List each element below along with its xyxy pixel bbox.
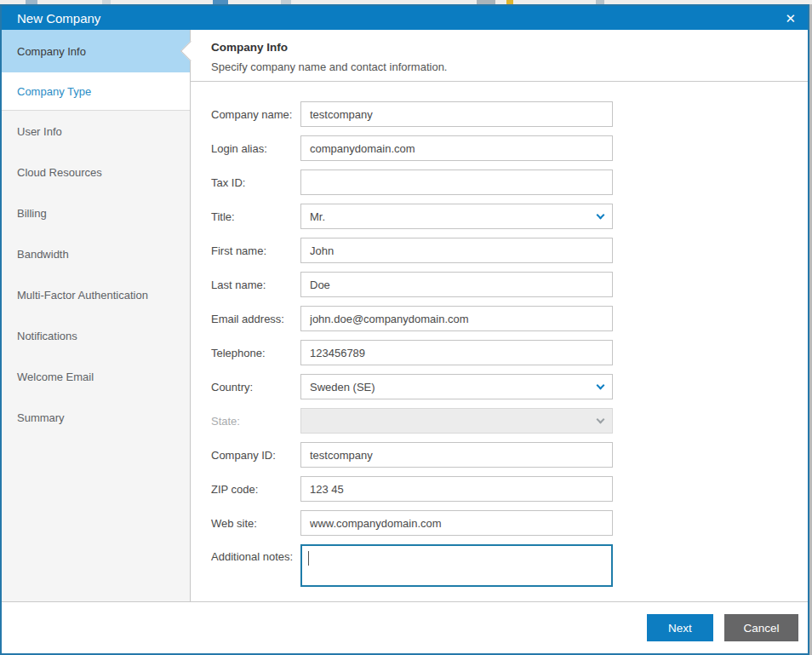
first-name-input[interactable] <box>300 238 613 263</box>
additional-notes-label: Additional notes: <box>211 550 300 563</box>
step-label: Company Info <box>17 45 86 58</box>
dialog-titlebar: New Company ✕ <box>2 6 808 30</box>
form-row: Web site: <box>211 510 808 536</box>
zip-code-label: ZIP code: <box>211 483 300 496</box>
email-address-input[interactable] <box>300 306 613 331</box>
form-row: ZIP code: <box>211 476 808 502</box>
step-summary: Summary <box>2 397 190 438</box>
state-select <box>300 408 613 434</box>
step-user-info: User Info <box>2 111 190 152</box>
company-name-input[interactable] <box>300 101 613 127</box>
step-bandwidth: Bandwidth <box>2 233 190 274</box>
new-company-dialog: New Company ✕ Company Info Company Type … <box>0 4 809 655</box>
chevron-down-icon <box>597 210 605 219</box>
title-label: Title: <box>211 210 300 223</box>
title-select[interactable]: Mr. <box>300 204 613 229</box>
step-cloud-resources: Cloud Resources <box>2 152 190 192</box>
future-steps-block: User Info Cloud Resources Billing Bandwi… <box>2 111 190 601</box>
form-row: First name: <box>211 238 808 263</box>
page-subtitle: Specify company name and contact informa… <box>211 60 787 73</box>
form-row: Additional notes: <box>211 544 808 587</box>
login-alias-input[interactable] <box>300 135 613 161</box>
form-row: State: <box>211 408 808 434</box>
form-row: Country: Sweden (SE) <box>211 374 808 399</box>
zip-code-input[interactable] <box>300 476 613 502</box>
form-row: Telephone: <box>211 340 808 365</box>
step-content-panel: Company Info Specify company name and co… <box>191 30 808 601</box>
company-info-form: Company name: Login alias: Tax ID: Title… <box>191 82 808 595</box>
form-row: Login alias: <box>211 135 808 161</box>
cancel-button[interactable]: Cancel <box>724 614 798 641</box>
form-row: Tax ID: <box>211 169 808 195</box>
tax-id-input[interactable] <box>300 169 613 195</box>
step-multi-factor-authentication: Multi-Factor Authentication <box>2 274 190 315</box>
form-row: Last name: <box>211 272 808 297</box>
company-id-input[interactable] <box>300 442 613 468</box>
step-welcome-email: Welcome Email <box>2 356 190 397</box>
web-site-input[interactable] <box>300 510 613 536</box>
step-company-info[interactable]: Company Info <box>2 30 190 72</box>
additional-notes-textarea[interactable] <box>300 544 613 587</box>
country-select[interactable]: Sweden (SE) <box>300 374 613 399</box>
form-row: Company name: <box>211 101 808 127</box>
last-name-label: Last name: <box>211 279 300 291</box>
step-label: Company Type <box>17 85 91 98</box>
chevron-down-icon <box>597 381 605 389</box>
tax-id-label: Tax ID: <box>211 176 300 189</box>
form-row: Title: Mr. <box>211 204 808 229</box>
dialog-footer: Next Cancel <box>2 601 808 653</box>
chevron-down-icon <box>597 415 605 423</box>
web-site-label: Web site: <box>211 517 300 530</box>
close-icon[interactable]: ✕ <box>785 12 796 25</box>
company-id-label: Company ID: <box>211 449 300 462</box>
step-company-type[interactable]: Company Type <box>2 72 190 111</box>
state-label: State: <box>211 415 300 428</box>
country-select-value: Sweden (SE) <box>310 381 375 394</box>
last-name-input[interactable] <box>300 272 613 297</box>
country-label: Country: <box>211 381 300 394</box>
form-row: Email address: <box>211 306 808 331</box>
text-cursor <box>308 551 309 566</box>
step-billing: Billing <box>2 192 190 233</box>
login-alias-label: Login alias: <box>211 142 300 155</box>
dialog-title: New Company <box>17 11 100 26</box>
next-button[interactable]: Next <box>647 614 713 641</box>
step-notifications: Notifications <box>2 315 190 356</box>
email-address-label: Email address: <box>211 313 300 325</box>
first-name-label: First name: <box>211 244 300 257</box>
content-header: Company Info Specify company name and co… <box>191 30 808 82</box>
company-name-label: Company name: <box>211 108 300 121</box>
page-title: Company Info <box>211 41 787 54</box>
title-select-value: Mr. <box>310 210 325 223</box>
telephone-label: Telephone: <box>211 347 300 359</box>
form-row: Company ID: <box>211 442 808 468</box>
wizard-step-list: Company Info Company Type User Info Clou… <box>2 30 191 601</box>
telephone-input[interactable] <box>300 340 613 365</box>
